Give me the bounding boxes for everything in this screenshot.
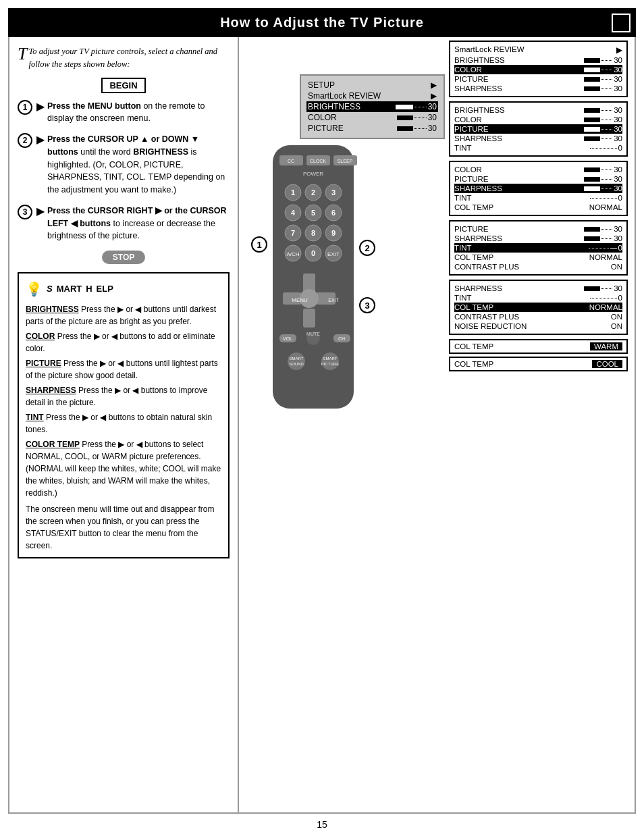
page-number: 15	[0, 814, 644, 834]
menu4-row4: TINT 0	[454, 193, 622, 203]
svg-text:EXIT: EXIT	[328, 298, 339, 303]
svg-text:CLOCK: CLOCK	[310, 159, 326, 163]
main-content: T To adjust your TV picture controls, se…	[8, 37, 636, 814]
svg-text:0: 0	[311, 249, 315, 257]
col-temp-warm-value: WARM	[590, 342, 622, 350]
left-panel: T To adjust your TV picture controls, se…	[9, 37, 239, 812]
setup-row: SETUP▶	[306, 80, 438, 90]
svg-point-45	[288, 353, 305, 370]
right-panel: SETUP▶ SmartLock REVIEW▶ BRIGHTNESS 30 C…	[239, 37, 635, 812]
svg-point-48	[321, 353, 339, 370]
setup-menu-box: SETUP▶ SmartLock REVIEW▶ BRIGHTNESS 30 C…	[300, 74, 445, 139]
menu-box-4: COLOR 30 PICTURE 30 SH	[449, 161, 628, 216]
col-temp-cool-value: COOL	[592, 360, 622, 368]
page-header: How to Adjust the TV Picture	[8, 8, 636, 37]
brightness-row-highlighted: BRIGHTNESS 30	[306, 101, 438, 112]
menu3-row2: COLOR 30	[454, 115, 622, 124]
tint-help: TINT Press the ▶ or ◀ buttons to obtain …	[26, 411, 221, 436]
step-3: 3 ▶ Press the CURSOR RIGHT ▶ or the CURS…	[18, 205, 230, 242]
step-1-arrow: ▶	[36, 100, 45, 113]
col-temp-warm-box: COL TEMP WARM	[449, 339, 628, 354]
col-temp-cool-box: COL TEMP COOL	[449, 357, 628, 371]
svg-text:VOL: VOL	[283, 336, 292, 341]
sharpness-help: SHARPNESS Press the ▶ or ◀ buttons to im…	[26, 384, 221, 409]
intro-text: T To adjust your TV picture controls, se…	[18, 45, 230, 71]
menu-box-5: PICTURE 30 SHARPNESS 30	[449, 220, 628, 276]
menu4-row2: PICTURE 30	[454, 174, 622, 184]
step-circle-1: 1	[251, 236, 267, 253]
menu6-row4: CONTRAST PLUS ON	[454, 312, 622, 321]
menu2-row2: BRIGHTNESS 30	[454, 55, 622, 65]
svg-text:SLEEP: SLEEP	[338, 159, 353, 163]
menu4-row1: COLOR 30	[454, 165, 622, 174]
picture-row: PICTURE 30	[306, 123, 438, 134]
stop-badge: STOP	[102, 251, 145, 264]
menu6-row3-highlight: COL TEMP NORMAL	[454, 303, 622, 312]
menu6-row2: TINT 0	[454, 293, 622, 303]
svg-text:5: 5	[311, 209, 315, 217]
menu5-row5: CONTRAST PLUS ON	[454, 262, 622, 271]
col-temp-warm-label: COL TEMP	[454, 342, 493, 350]
menu5-row4: COL TEMP NORMAL	[454, 253, 622, 262]
step-2-arrow: ▶	[36, 133, 45, 146]
begin-box: BEGIN	[101, 78, 145, 93]
svg-text:SOUND: SOUND	[289, 362, 304, 366]
remote-svg: CC CLOCK SLEEP POWER 1 2 3 4 5 6	[259, 138, 367, 422]
help-label: H	[86, 282, 92, 296]
svg-text:POWER: POWER	[303, 171, 323, 177]
lightbulb-icon: 💡	[26, 279, 43, 299]
menu4-row3-highlight: SHARPNESS 30	[454, 184, 622, 193]
step-1-circle: 1	[18, 100, 32, 115]
smart-help-box: 💡 SMART HELP BRIGHTNESS Press the ▶ or ◀…	[18, 272, 230, 558]
col-temp-cool-label: COL TEMP	[454, 360, 493, 368]
menu-box-6: SHARPNESS 30 TINT 0 COL TEMP	[449, 280, 628, 335]
svg-text:7: 7	[291, 229, 295, 237]
svg-text:4: 4	[291, 209, 296, 217]
menu2-row1: SmartLock REVIEW▶	[454, 45, 622, 55]
menu5-row3-highlight: TINT 0	[454, 243, 622, 253]
color-row: COLOR 30	[306, 112, 438, 123]
svg-text:PICTURE: PICTURE	[321, 362, 339, 366]
svg-text:6: 6	[331, 209, 336, 217]
svg-text:SMART: SMART	[323, 357, 338, 361]
menus-column: SmartLock REVIEW▶ BRIGHTNESS 30 COLOR	[449, 41, 628, 374]
svg-text:1: 1	[291, 188, 295, 197]
menu2-row3-highlight: COLOR 30	[454, 65, 622, 74]
menu4-row5: COL TEMP NORMAL	[454, 203, 622, 212]
step-1-text: Press the MENU button on the remote to d…	[47, 100, 230, 126]
menu2-row4: PICTURE 30	[454, 74, 622, 84]
step-2-circle: 2	[18, 133, 32, 148]
color-help: COLOR Press the ▶ or ◀ buttons to add or…	[26, 330, 221, 355]
menu5-row2: SHARPNESS 30	[454, 234, 622, 243]
picture-help: PICTURE Press the ▶ or ◀ buttons until l…	[26, 357, 221, 382]
intro-body: To adjust your TV picture controls, sele…	[28, 47, 217, 69]
header-corner-box	[612, 14, 630, 32]
svg-text:9: 9	[331, 229, 336, 237]
svg-text:EXIT: EXIT	[327, 251, 340, 257]
step-3-text: Press the CURSOR RIGHT ▶ or the CURSOR L…	[47, 205, 230, 242]
svg-text:SMART: SMART	[290, 357, 304, 361]
step-2: 2 ▶ Press the CURSOR UP ▲ or DOWN ▼ butt…	[18, 133, 230, 197]
smart-help-title: 💡 SMART HELP	[26, 279, 221, 299]
header-title: How to Adjust the TV Picture	[220, 15, 424, 30]
menu-box-3: BRIGHTNESS 30 COLOR 30	[449, 101, 628, 157]
coltemp-help: COLOR TEMP Press the ▶ or ◀ buttons to s…	[26, 438, 221, 499]
menu6-row5: NOISE REDUCTION ON	[454, 321, 622, 331]
outro-text: The onscreen menu will time out and disa…	[26, 503, 221, 552]
svg-text:CH: CH	[338, 336, 345, 341]
smartlock-row: SmartLock REVIEW▶	[306, 90, 438, 101]
menu-box-2: SmartLock REVIEW▶ BRIGHTNESS 30 COLOR	[449, 41, 628, 97]
menu3-row5: TINT 0	[454, 143, 622, 153]
smart-help-label: MART	[57, 282, 82, 296]
svg-text:8: 8	[311, 229, 315, 237]
svg-text:2: 2	[311, 188, 315, 197]
menu3-row1: BRIGHTNESS 30	[454, 105, 622, 115]
menu3-row4: SHARPNESS 30	[454, 134, 622, 143]
step-1: 1 ▶ Press the MENU button on the remote …	[18, 100, 230, 126]
svg-text:MENU: MENU	[292, 297, 308, 303]
menu6-row1: SHARPNESS 30	[454, 284, 622, 293]
svg-text:3: 3	[331, 188, 336, 197]
svg-text:CC: CC	[288, 159, 294, 163]
svg-rect-33	[303, 309, 315, 328]
menu5-row1: PICTURE 30	[454, 224, 622, 234]
